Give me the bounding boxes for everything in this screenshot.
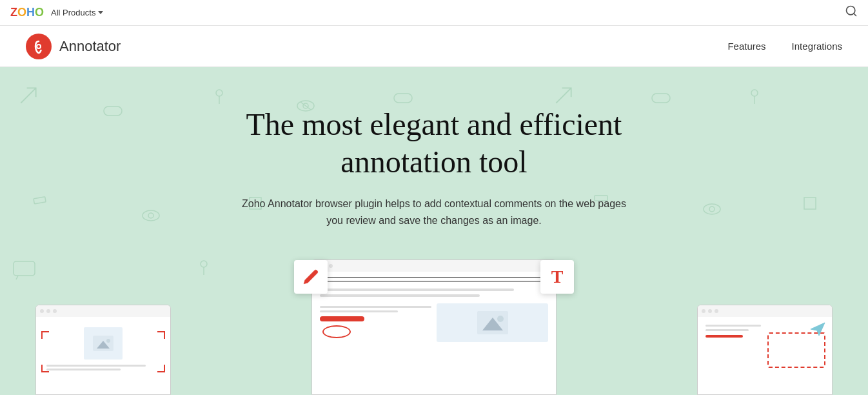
- browser-dot: [46, 309, 50, 313]
- deco-rect-2-icon: [803, 196, 817, 210]
- search-icon[interactable]: [845, 5, 858, 21]
- red-button-indicator: [320, 316, 364, 321]
- img-placeholder-center: [437, 303, 548, 342]
- svg-marker-37: [811, 323, 825, 336]
- browser-bar-right: [698, 305, 832, 317]
- logo-letter-o1: O: [17, 6, 26, 19]
- svg-point-36: [497, 316, 504, 322]
- browser-bar-left: [36, 305, 170, 317]
- svg-rect-26: [804, 198, 816, 209]
- svg-line-1: [854, 14, 856, 16]
- browser-dot: [715, 309, 718, 313]
- browser-dot: [708, 309, 712, 313]
- annotation-text-card: T: [540, 260, 574, 294]
- svg-point-5: [216, 90, 222, 96]
- svg-point-13: [751, 90, 758, 96]
- annotation-pencil-card: [294, 260, 328, 294]
- oval-annotation: [322, 325, 351, 338]
- text-line: [705, 325, 761, 327]
- corner-bl: [41, 365, 49, 372]
- top-nav: ZOHO All Products: [0, 0, 868, 26]
- zoho-logo[interactable]: ZOHO: [10, 6, 43, 19]
- img-placeholder-left: [84, 327, 123, 360]
- svg-rect-10: [394, 94, 412, 103]
- svg-point-17: [148, 213, 153, 218]
- text-line: [320, 306, 431, 308]
- svg-rect-15: [34, 197, 46, 204]
- hero-section: The most elegant and efficient annotatio…: [0, 67, 868, 395]
- logo-letter-z: Z: [10, 6, 17, 19]
- browser-mockup-right: [697, 305, 833, 395]
- logo-letter-h: H: [26, 6, 34, 19]
- browser-bar-center: [312, 260, 556, 272]
- content-divider: [320, 281, 548, 282]
- deco-pencil-icon: [32, 196, 50, 207]
- deco-pin-icon: [213, 86, 226, 105]
- brand-icon: [26, 34, 52, 59]
- text-line-1: [320, 289, 514, 291]
- pencil-icon: [302, 268, 319, 285]
- product-brand: Annotator: [26, 34, 121, 59]
- logo-letter-o2: O: [35, 6, 43, 19]
- top-nav-left: ZOHO All Products: [10, 6, 103, 19]
- deco-arrow-icon: [19, 86, 37, 105]
- browser-mockup-left: [35, 305, 171, 395]
- hero-subtitle: Zoho Annotator browser plugin helps to a…: [234, 196, 634, 228]
- center-browser-content: [312, 272, 556, 347]
- annotation-line: [312, 277, 556, 278]
- all-products-label: All Products: [51, 8, 95, 17]
- red-indicator: [705, 335, 743, 338]
- product-nav: Annotator Features Integrations: [0, 26, 868, 67]
- svg-rect-12: [652, 94, 670, 103]
- product-nav-links: Features Integrations: [727, 41, 842, 52]
- svg-point-24: [704, 204, 720, 214]
- browser-dot: [702, 309, 705, 313]
- corner-tr: [157, 331, 165, 339]
- browser-dot: [40, 309, 44, 313]
- brand-name: Annotator: [59, 38, 121, 55]
- hero-title: The most elegant and efficient annotatio…: [208, 106, 660, 180]
- deco-eye-icon-2: [142, 209, 160, 222]
- text-line-2: [320, 294, 480, 297]
- browser-mockup-center: T: [311, 259, 557, 395]
- corner-tl: [41, 331, 49, 339]
- two-col-area: [320, 303, 548, 342]
- deco-speech-bubble-2: [393, 93, 413, 105]
- deco-pin-2-icon: [748, 86, 761, 105]
- col-left: [320, 303, 431, 342]
- svg-point-2: [37, 45, 41, 48]
- mountain-icon-left: [93, 336, 113, 351]
- deco-arrow-2-icon: [555, 86, 573, 105]
- chevron-down-icon: [98, 11, 103, 14]
- hero-illustration: T: [0, 253, 868, 395]
- svg-line-11: [556, 88, 571, 103]
- browser-dot: [329, 264, 333, 268]
- svg-line-3: [21, 88, 35, 103]
- corner-br: [157, 365, 165, 372]
- text-line: [705, 329, 749, 331]
- svg-rect-4: [104, 106, 122, 116]
- nav-link-features[interactable]: Features: [727, 41, 765, 52]
- deco-speech-bubble-1: [103, 106, 123, 117]
- svg-point-33: [106, 339, 110, 343]
- text-line: [46, 365, 146, 367]
- text-line: [46, 369, 121, 370]
- text-line: [320, 310, 398, 312]
- text-tool-letter: T: [551, 267, 564, 287]
- nav-link-integrations[interactable]: Integrations: [792, 41, 842, 52]
- right-browser-content: [698, 317, 832, 347]
- paper-plane-icon: [810, 322, 825, 339]
- svg-point-25: [709, 207, 715, 212]
- mountain-icon-center: [477, 311, 508, 334]
- svg-point-16: [143, 210, 159, 221]
- all-products-button[interactable]: All Products: [51, 8, 103, 17]
- deco-speech-bubble-3: [651, 93, 671, 105]
- browser-dot: [53, 309, 57, 313]
- deco-eye-icon-3: [703, 203, 721, 216]
